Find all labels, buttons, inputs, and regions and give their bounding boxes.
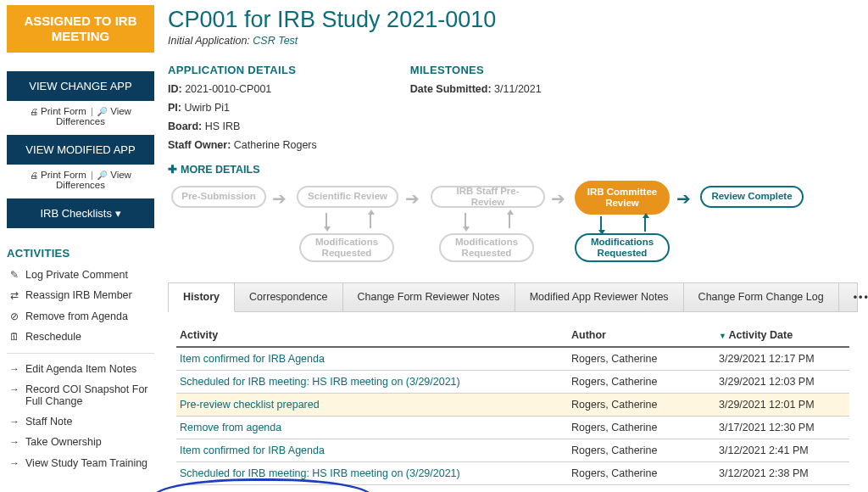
staff-label: Staff Owner: [168, 139, 231, 151]
activity-cell[interactable]: Remove from agenda [180, 422, 568, 433]
table-row: Item confirmed for IRB AgendaRogers, Cat… [176, 348, 849, 371]
date-submitted-value: 3/11/2021 [494, 83, 542, 95]
arrow-icon: ➔ [676, 188, 691, 209]
activity-label: View Study Team Training [25, 457, 147, 469]
activity-label: Staff Note [25, 416, 72, 428]
remove-icon: ⊘ [8, 310, 20, 322]
table-row: Scheduled for IRB meeting: HS IRB meetin… [176, 371, 849, 394]
id-label: ID: [168, 83, 182, 95]
activity-label: Log Private Comment [25, 269, 128, 281]
col-activity[interactable]: Activity [180, 329, 568, 341]
arrow-icon: ➔ [272, 188, 287, 209]
date-cell: 3/12/2021 2:41 PM [719, 444, 846, 456]
activity-label: Take Ownership [25, 436, 102, 448]
chevron-down-icon: ▾ [115, 207, 121, 220]
arrow-up-icon [370, 213, 371, 228]
date-cell: 3/12/2021 2:38 PM [719, 467, 846, 479]
activity-take-ownership[interactable]: →Take Ownership [7, 432, 154, 452]
app-details-heading: APPLICATION DETAILS [168, 64, 317, 76]
workflow-diagram: Pre-Submission Scientific Review IRB Sta… [168, 181, 858, 276]
tab-history[interactable]: History [169, 283, 235, 312]
wf-scientific-review: Scientific Review [297, 186, 398, 208]
tab-bar: History Correspondence Change Form Revie… [168, 282, 858, 312]
pi-value: Uwirb Pi1 [184, 102, 230, 114]
id-value: 2021-0010-CP001 [185, 83, 271, 95]
activity-cell[interactable]: Pre-review checklist prepared [180, 399, 568, 411]
author-cell: Rogers, Catherine [571, 467, 715, 479]
activity-view-training[interactable]: →View Study Team Training [7, 453, 154, 473]
activity-reassign-irb-member[interactable]: ⇄Reassign IRB Member [7, 285, 154, 305]
author-cell: Rogers, Catherine [571, 399, 715, 411]
activity-log-private-comment[interactable]: ✎Log Private Comment [7, 265, 154, 285]
tab-change-form-reviewer-notes[interactable]: Change Form Reviewer Notes [343, 283, 515, 311]
arrow-icon: → [8, 436, 20, 448]
staff-value: Catherine Rogers [234, 139, 317, 151]
arrow-down-icon [600, 216, 602, 232]
tab-correspondence[interactable]: Correspondence [235, 283, 342, 311]
col-author[interactable]: Author [571, 329, 715, 341]
irb-checklists-button[interactable]: IRB Checklists ▾ [7, 198, 154, 228]
activity-label: Record COI Snapshot For Full Change [25, 383, 153, 407]
activities-secondary-list: →Edit Agenda Item Notes →Record COI Snap… [7, 359, 154, 474]
view-change-app-button[interactable]: VIEW CHANGE APP [7, 71, 154, 101]
tab-more[interactable]: ••• [839, 283, 868, 311]
date-cell: 3/29/2021 12:17 PM [719, 353, 846, 365]
date-cell: 3/17/2021 12:30 PM [719, 422, 846, 433]
activity-label: Reschedule [25, 331, 81, 343]
board-label: Board: [168, 120, 202, 132]
col-activity-date[interactable]: Activity Date [719, 329, 846, 341]
arrow-icon: → [8, 363, 20, 375]
status-badge: ASSIGNED TO IRB MEETING [7, 5, 154, 53]
more-details-toggle[interactable]: ✚ MORE DETAILS [168, 163, 260, 176]
arrow-down-icon [465, 213, 466, 228]
activities-primary-list: ✎Log Private Comment ⇄Reassign IRB Membe… [7, 265, 154, 348]
author-cell: Rogers, Catherine [571, 376, 715, 388]
wf-review-complete: Review Complete [700, 186, 804, 208]
author-cell: Rogers, Catherine [571, 444, 715, 456]
activity-edit-agenda-notes[interactable]: →Edit Agenda Item Notes [7, 359, 154, 379]
arrow-down-icon [326, 213, 327, 228]
print-form-link-2[interactable]: Print Form [30, 170, 86, 180]
arrow-up-icon [509, 213, 510, 228]
arrow-icon: ➔ [551, 188, 565, 209]
wf-committee-review: IRB Committee Review [575, 181, 670, 215]
wf-pre-submission: Pre-Submission [171, 186, 266, 208]
tab-modified-app-reviewer-notes[interactable]: Modified App Reviewer Notes [515, 283, 684, 311]
arrow-icon: → [8, 383, 20, 395]
milestones-heading: MILESTONES [410, 64, 542, 76]
activity-cell[interactable]: Scheduled for IRB meeting: HS IRB meetin… [180, 467, 568, 479]
activity-record-coi-snapshot[interactable]: →Record COI Snapshot For Full Change [7, 379, 154, 411]
calendar-icon: 🗓 [8, 331, 20, 343]
activity-staff-note[interactable]: →Staff Note [7, 411, 154, 432]
tab-change-form-change-log[interactable]: Change Form Change Log [684, 283, 839, 311]
date-cell: 3/29/2021 12:01 PM [719, 399, 846, 411]
activity-cell[interactable]: Item confirmed for IRB Agenda [180, 353, 568, 365]
wf-mods-3: Modifications Requested [575, 233, 670, 262]
separator: | [91, 106, 93, 116]
arrow-icon: → [8, 416, 20, 428]
table-row: Pre-review checklist preparedRogers, Cat… [176, 394, 849, 417]
activity-reschedule[interactable]: 🗓Reschedule [7, 327, 154, 347]
table-row: Item confirmed for IRB AgendaRogers, Cat… [176, 439, 849, 462]
activities-heading: ACTIVITIES [7, 247, 154, 260]
wf-mods-2: Modifications Requested [439, 233, 534, 262]
board-value: HS IRB [205, 120, 241, 132]
plus-icon: ✚ [168, 163, 177, 176]
pi-label: PI: [168, 102, 181, 114]
author-cell: Rogers, Catherine [571, 422, 715, 433]
subtitle-link[interactable]: CSR Test [253, 35, 298, 47]
page-title: CP001 for IRB Study 2021-0010 [168, 7, 858, 33]
activity-label: Remove from Agenda [25, 310, 128, 322]
date-cell: 3/29/2021 12:03 PM [719, 376, 846, 388]
arrow-icon: ➔ [405, 188, 420, 209]
activity-cell[interactable]: Scheduled for IRB meeting: HS IRB meetin… [180, 376, 568, 388]
activity-cell[interactable]: Item confirmed for IRB Agenda [180, 444, 568, 456]
view-modified-app-button[interactable]: VIEW MODIFIED APP [7, 135, 154, 165]
subtitle-prefix: Initial Application: [168, 35, 250, 47]
swap-icon: ⇄ [8, 289, 20, 301]
print-form-link-1[interactable]: Print Form [30, 106, 86, 116]
activity-label: Reassign IRB Member [25, 289, 132, 301]
activity-remove-from-agenda[interactable]: ⊘Remove from Agenda [7, 306, 154, 327]
more-details-label: MORE DETAILS [181, 164, 260, 176]
table-row: Scheduled for IRB meeting: HS IRB meetin… [176, 462, 849, 485]
